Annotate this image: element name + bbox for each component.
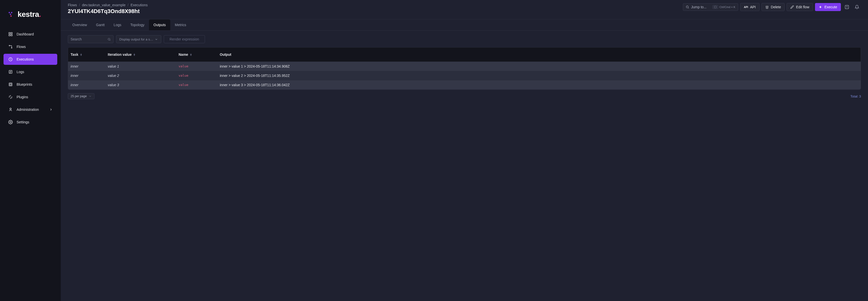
column-header-name[interactable]: Name ▲▼ xyxy=(176,50,217,59)
table-row[interactable]: inner value 3 value inner > value 3 > 20… xyxy=(68,80,861,89)
filter-row: Display output for a s… Render expressio… xyxy=(68,35,861,43)
display-output-select[interactable]: Display output for a s… xyxy=(116,35,161,43)
sidebar-item-label: Blueprints xyxy=(17,82,32,86)
main-nav: Dashboard Flows Executions Logs Blueprin… xyxy=(0,26,61,132)
svg-line-23 xyxy=(110,40,110,40)
svg-rect-4 xyxy=(9,32,10,34)
tab-metrics[interactable]: Metrics xyxy=(170,19,191,30)
delete-button[interactable]: Delete xyxy=(762,3,785,11)
cell-iteration: value 3 xyxy=(105,81,176,89)
blueprints-icon xyxy=(8,82,13,87)
shortcut-text: Ctrl/Cmd + K xyxy=(719,5,735,8)
cell-name: value xyxy=(176,81,217,89)
search-input-wrapper[interactable] xyxy=(68,35,114,43)
header-actions: Jump to... Ctrl/Cmd + K API API Delete xyxy=(683,3,861,11)
sort-icon: ▲▼ xyxy=(190,53,192,56)
svg-rect-1 xyxy=(11,12,12,13)
tab-gantt[interactable]: Gantt xyxy=(91,19,109,30)
edit-flow-button[interactable]: Edit flow xyxy=(786,3,813,11)
bolt-icon xyxy=(819,5,822,9)
cell-name: value xyxy=(176,71,217,80)
executions-icon xyxy=(8,57,13,62)
main-content: Flows / dev.taskrun_value_example / Exec… xyxy=(61,0,868,301)
chevron-right-icon xyxy=(49,108,53,111)
execute-button[interactable]: Execute xyxy=(815,3,841,11)
table-row[interactable]: inner value 2 value inner > value 2 > 20… xyxy=(68,71,861,80)
sidebar-item-settings[interactable]: Settings xyxy=(3,117,57,128)
column-header-task[interactable]: Task ▲▼ xyxy=(68,50,105,59)
column-header-output: Output xyxy=(217,50,861,59)
sidebar-item-executions[interactable]: Executions xyxy=(3,54,57,65)
breadcrumb-link[interactable]: Flows xyxy=(68,3,77,7)
execute-label: Execute xyxy=(824,5,837,9)
breadcrumb: Flows / dev.taskrun_value_example / Exec… xyxy=(68,3,148,7)
sidebar-item-dashboard[interactable]: Dashboard xyxy=(3,29,57,40)
tab-outputs[interactable]: Outputs xyxy=(149,19,170,30)
cell-task: inner xyxy=(68,62,105,71)
sidebar: kestra. Dashboard Flows Executions Logs … xyxy=(0,0,61,301)
column-header-iteration[interactable]: Iteration value ▲▼ xyxy=(105,50,176,59)
sidebar-item-logs[interactable]: Logs xyxy=(3,66,57,78)
svg-rect-2 xyxy=(9,13,11,15)
per-page-select[interactable]: 25 per page xyxy=(68,93,94,99)
trash-icon xyxy=(765,5,769,9)
sidebar-item-blueprints[interactable]: Blueprints xyxy=(3,79,57,90)
api-button[interactable]: API API xyxy=(740,3,760,11)
jump-to-search[interactable]: Jump to... Ctrl/Cmd + K xyxy=(683,3,738,11)
breadcrumb-link[interactable]: dev.taskrun_value_example xyxy=(82,3,125,7)
cell-iteration: value 2 xyxy=(105,71,176,80)
execution-tabs: Overview Gantt Logs Topology Outputs Met… xyxy=(61,19,868,31)
svg-point-9 xyxy=(11,48,12,48)
chevron-down-icon xyxy=(155,38,158,41)
page-title: 2YUl4TK4D6Tq3Ond8X98ht xyxy=(68,8,148,14)
chevron-down-icon xyxy=(89,95,92,98)
topbar: Flows / dev.taskrun_value_example / Exec… xyxy=(61,0,868,19)
svg-rect-5 xyxy=(11,32,12,34)
svg-point-16 xyxy=(10,108,11,110)
sidebar-item-flows[interactable]: Flows xyxy=(3,41,57,52)
pencil-icon xyxy=(790,5,794,9)
tab-overview[interactable]: Overview xyxy=(68,19,91,30)
cell-iteration: value 1 xyxy=(105,62,176,71)
brand-name: kestra. xyxy=(18,10,41,19)
svg-rect-6 xyxy=(9,35,10,36)
outputs-table: Task ▲▼ Iteration value ▲▼ Name ▲▼ Outpu… xyxy=(68,47,861,90)
svg-rect-7 xyxy=(11,35,12,36)
logo[interactable]: kestra. xyxy=(0,5,61,26)
breadcrumb-separator: / xyxy=(128,3,129,7)
sort-icon: ▲▼ xyxy=(80,53,82,56)
sidebar-item-label: Dashboard xyxy=(17,32,34,36)
cell-task: inner xyxy=(68,81,105,89)
render-expression-button[interactable]: Render expression xyxy=(164,35,205,43)
sidebar-item-label: Logs xyxy=(17,70,24,74)
svg-point-22 xyxy=(108,38,110,40)
tab-topology[interactable]: Topology xyxy=(126,19,149,30)
svg-point-17 xyxy=(10,122,11,123)
table-row[interactable]: inner value 1 value inner > value 1 > 20… xyxy=(68,62,861,71)
svg-point-8 xyxy=(9,45,10,46)
search-icon xyxy=(686,5,689,9)
logs-icon xyxy=(8,69,13,74)
jump-placeholder: Jump to... xyxy=(691,5,707,9)
breadcrumb-link[interactable]: Executions xyxy=(131,3,148,7)
sidebar-item-administration[interactable]: Administration xyxy=(3,104,57,115)
cell-output: inner > value 1 > 2024-05-18T11:14:34.90… xyxy=(217,62,861,71)
plugins-icon xyxy=(8,94,13,99)
table-header: Task ▲▼ Iteration value ▲▼ Name ▲▼ Outpu… xyxy=(68,48,861,62)
flows-icon xyxy=(8,44,13,49)
sidebar-item-label: Administration xyxy=(17,108,39,112)
tab-logs[interactable]: Logs xyxy=(109,19,126,30)
cell-output: inner > value 3 > 2024-05-18T11:14:36.04… xyxy=(217,81,861,89)
sidebar-item-label: Settings xyxy=(17,120,29,124)
search-input[interactable] xyxy=(70,37,107,41)
total-count: Total: 3 xyxy=(850,94,861,98)
sidebar-item-plugins[interactable]: Plugins xyxy=(3,91,57,102)
api-icon: API xyxy=(744,6,748,8)
api-label: API xyxy=(750,5,756,9)
notifications-button[interactable] xyxy=(853,3,861,11)
sidebar-item-label: Executions xyxy=(17,57,34,61)
select-label: Display output for a s… xyxy=(119,37,153,41)
svg-rect-3 xyxy=(10,15,12,17)
svg-line-19 xyxy=(688,8,689,8)
help-button[interactable] xyxy=(843,3,851,11)
